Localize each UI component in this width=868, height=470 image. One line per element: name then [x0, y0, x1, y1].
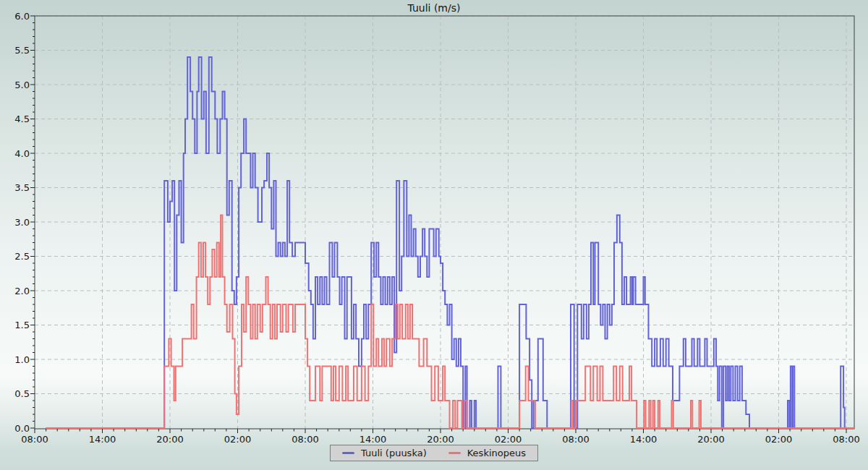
y-tick-label: 3.0	[14, 217, 30, 228]
x-axis-labels: 08:0014:0020:0002:0008:0014:0020:0002:00…	[21, 434, 859, 445]
x-tick-label: 14:00	[359, 434, 386, 445]
x-tick-label: 20:00	[697, 434, 724, 445]
y-tick-label: 0.5	[14, 388, 30, 399]
y-tick-label: 0.0	[14, 423, 30, 434]
y-tick-label: 5.5	[14, 45, 30, 56]
legend-item-average: Keskinopeus	[448, 448, 526, 458]
y-axis-labels: 0.00.51.01.52.02.53.03.54.04.55.05.56.0	[14, 11, 30, 434]
wind-chart-screen: Tuuli (m/s) 0.00.51.01.52.02.53.03.54.04…	[0, 0, 868, 470]
y-tick-label: 4.5	[14, 114, 30, 124]
series-line-gust	[46, 57, 854, 428]
x-tick-label: 02:00	[495, 434, 522, 445]
average-line-swatch-icon	[448, 452, 461, 454]
x-tick-label: 20:00	[156, 434, 183, 445]
chart-legend: Tuuli (puuska) Keskinopeus	[330, 445, 538, 461]
y-tick-label: 6.0	[14, 11, 30, 22]
y-tick-label: 1.5	[14, 320, 30, 330]
legend-item-gust: Tuuli (puuska)	[342, 448, 427, 458]
x-tick-label: 02:00	[765, 434, 792, 445]
x-tick-label: 14:00	[630, 434, 657, 445]
x-tick-label: 08:00	[292, 434, 318, 445]
x-tick-label: 08:00	[21, 434, 48, 445]
x-tick-label: 14:00	[89, 434, 116, 445]
y-tick-label: 3.5	[14, 182, 30, 193]
y-tick-label: 2.0	[14, 286, 30, 296]
x-tick-label: 02:00	[224, 434, 251, 445]
y-tick-label: 1.0	[14, 354, 30, 365]
y-tick-label: 4.0	[14, 148, 30, 159]
wind-chart: 0.00.51.01.52.02.53.03.54.04.55.05.56.00…	[0, 0, 868, 470]
x-tick-label: 08:00	[562, 434, 589, 445]
gust-line-swatch-icon	[342, 452, 354, 454]
legend-label-gust: Tuuli (puuska)	[361, 448, 427, 458]
legend-label-average: Keskinopeus	[467, 448, 526, 458]
x-tick-label: 08:00	[833, 434, 859, 445]
x-tick-label: 20:00	[427, 434, 454, 445]
y-tick-label: 2.5	[14, 251, 30, 262]
y-tick-label: 5.0	[14, 80, 30, 90]
